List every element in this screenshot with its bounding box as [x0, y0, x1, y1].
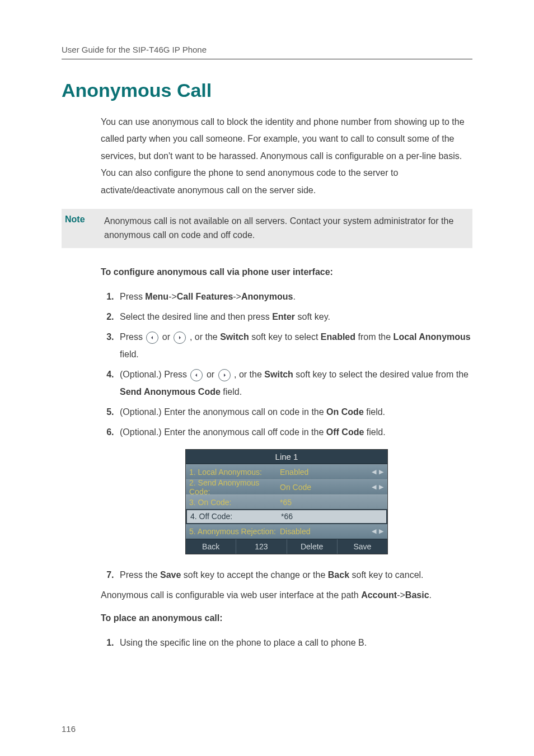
row-arrows-icon: ◀ ▶ — [368, 528, 384, 535]
row-label: 2. Send Anonymous Code: — [189, 478, 280, 496]
row-value: Disabled — [280, 527, 368, 536]
place-step-1: Using the specific line on the phone to … — [116, 634, 472, 651]
nav-right-icon — [218, 369, 231, 381]
step-7: Press the Save soft key to accept the ch… — [116, 567, 472, 584]
anonymous-bold: Anonymous — [241, 292, 293, 301]
note-label: Note — [62, 214, 104, 242]
note-box: Note Anonymous call is not available on … — [62, 209, 472, 248]
row-value: *66 — [281, 512, 367, 521]
localanon-bold: Local Anonymous — [394, 332, 471, 342]
sendanon-bold: Send Anonymous Code — [120, 387, 221, 396]
switch-bold: Switch — [220, 332, 249, 342]
svg-marker-2 — [195, 374, 197, 377]
screen-row-2: 2. Send Anonymous Code: On Code ◀ ▶ — [186, 479, 387, 494]
softkey-bar: Back 123 Delete Save — [186, 539, 387, 554]
softkey-delete: Delete — [287, 539, 338, 554]
config-steps: Press Menu->Call Features->Anonymous. Se… — [101, 288, 472, 441]
svg-marker-0 — [151, 336, 153, 339]
step-4: (Optional.) Press or , or the Switch sof… — [116, 366, 472, 400]
row-label: 5. Anonymous Rejection: — [189, 527, 280, 536]
text: field. — [221, 387, 242, 396]
screen-row-4-selected: 4. Off Code: *66 — [186, 509, 387, 524]
note-text: Anonymous call is not available on all s… — [104, 214, 466, 242]
row-value: Enabled — [280, 468, 368, 477]
text: , or the — [232, 370, 265, 379]
page-number: 116 — [62, 724, 76, 734]
step-6: (Optional.) Enter the anonymous call off… — [116, 424, 472, 441]
text: Press — [120, 292, 145, 301]
text: . — [293, 292, 295, 301]
text: Select the desired line and then press — [120, 312, 272, 321]
nav-left-icon — [146, 332, 158, 344]
text: Press — [120, 332, 145, 342]
screen-row-5: 5. Anonymous Rejection: Disabled ◀ ▶ — [186, 524, 387, 539]
screen-title: Line 1 — [186, 450, 387, 464]
row-arrows-icon: ◀ ▶ — [368, 483, 384, 491]
text: field. — [364, 407, 385, 417]
offcode-bold: Off Code — [326, 427, 364, 437]
text: or — [160, 332, 172, 342]
svg-marker-1 — [179, 336, 181, 339]
text: -> — [397, 590, 405, 600]
text: (Optional.) Press — [120, 370, 189, 379]
text: soft key to accept the change or the — [181, 570, 327, 580]
config-steps-continued: Press the Save soft key to accept the ch… — [101, 567, 472, 584]
section-title: Anonymous Call — [62, 80, 472, 101]
text: Anonymous call is configurable via web u… — [101, 590, 361, 600]
row-arrows-icon: ◀ ▶ — [368, 468, 384, 475]
softkey-123: 123 — [236, 539, 287, 554]
text: soft key to select the desired value fro… — [293, 370, 469, 379]
intro-paragraph: You can use anonymous call to block the … — [101, 114, 472, 199]
text: Using the specific line on the phone to … — [120, 638, 367, 647]
svg-marker-3 — [224, 374, 226, 377]
text: (Optional.) Enter the anonymous call on … — [120, 407, 326, 417]
basic-bold: Basic — [405, 590, 429, 600]
phone-screenshot: Line 1 1. Local Anonymous: Enabled ◀ ▶ 2… — [185, 449, 388, 554]
running-head: User Guide for the SIP-T46G IP Phone — [62, 45, 472, 59]
row-value: On Code — [280, 483, 368, 492]
text: soft key to select — [249, 332, 321, 342]
text: field. — [120, 349, 139, 359]
account-bold: Account — [361, 590, 397, 600]
screen-row-3: 3. On Code: *65 — [186, 494, 387, 510]
nav-left-icon — [190, 369, 203, 381]
enabled-bold: Enabled — [321, 332, 355, 342]
step-5: (Optional.) Enter the anonymous call on … — [116, 404, 472, 421]
back-bold: Back — [328, 570, 349, 580]
save-bold: Save — [160, 570, 181, 580]
step-3: Press or , or the Switch soft key to sel… — [116, 329, 472, 363]
callfeatures-bold: Call Features — [177, 292, 233, 301]
switch-bold: Switch — [264, 370, 293, 379]
text: -> — [233, 292, 241, 301]
text: or — [204, 370, 217, 379]
screen-row-1: 1. Local Anonymous: Enabled ◀ ▶ — [186, 464, 387, 479]
oncode-bold: On Code — [326, 407, 364, 417]
softkey-back: Back — [186, 539, 236, 554]
text: Press the — [120, 570, 160, 580]
place-heading: To place an anonymous call: — [101, 613, 472, 623]
config-heading: To configure anonymous call via phone us… — [101, 267, 472, 277]
place-steps: Using the specific line on the phone to … — [101, 634, 472, 651]
step-2: Select the desired line and then press E… — [116, 309, 472, 325]
text: , or the — [187, 332, 220, 342]
text: (Optional.) Enter the anonymous call off… — [120, 427, 326, 437]
text: . — [429, 590, 432, 600]
nav-right-icon — [174, 332, 186, 344]
row-value: *65 — [280, 498, 368, 507]
step-1: Press Menu->Call Features->Anonymous. — [116, 288, 472, 305]
text: soft key. — [295, 312, 330, 321]
menu-bold: Menu — [145, 292, 168, 301]
softkey-save: Save — [338, 539, 387, 554]
row-label: 3. On Code: — [189, 498, 280, 507]
row-label: 1. Local Anonymous: — [189, 468, 280, 477]
text: soft key to cancel. — [349, 570, 424, 580]
web-ui-note: Anonymous call is configurable via web u… — [101, 587, 472, 604]
text: -> — [168, 292, 177, 301]
text: field. — [364, 427, 385, 437]
row-label: 4. Off Code: — [190, 512, 281, 521]
text: from the — [355, 332, 394, 342]
enter-bold: Enter — [272, 312, 295, 321]
